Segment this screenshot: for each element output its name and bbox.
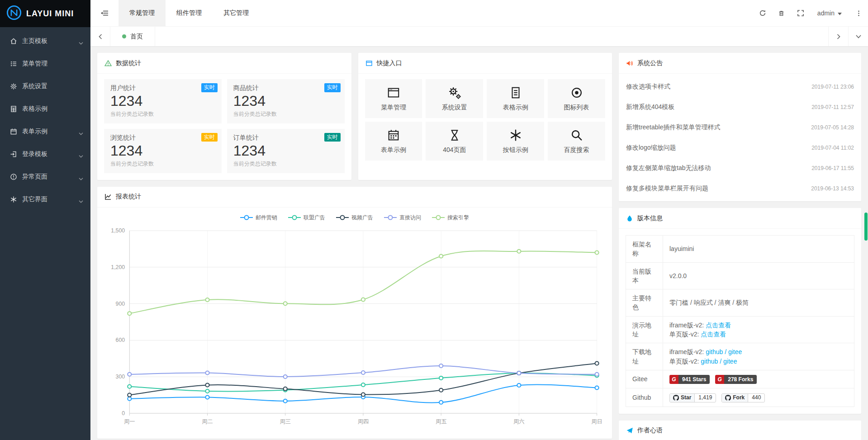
sidebar-toggle-button[interactable] — [90, 0, 119, 26]
download-iframe-gitee-link[interactable]: gitee — [728, 348, 742, 355]
demo-spa-link[interactable]: 点击查看 — [701, 331, 726, 338]
legend-item[interactable]: 直接访问 — [384, 214, 421, 222]
demo-line-prefix: iframe版-v2: — [669, 322, 706, 329]
stat-box-orders[interactable]: 订单统计 1234 当前分类总记录数 实时 — [227, 129, 345, 173]
app-root: LAYUI MINI 主页模板 菜单管理 系统设置 表格示例 表单 — [0, 0, 868, 440]
module-tab-general[interactable]: 常规管理 — [119, 0, 166, 26]
gitee-stars-badge[interactable]: G941 Stars — [669, 375, 710, 384]
tab-operations-button[interactable] — [848, 27, 868, 46]
page-scrollbar[interactable] — [864, 0, 868, 440]
page-scrollbar-thumb[interactable] — [864, 213, 868, 241]
stat-label: 用户统计 — [110, 84, 215, 92]
github-fork-count: 440 — [748, 394, 764, 402]
announcement-item[interactable]: 修改logo缩放问题2019-07-04 11:02 — [626, 137, 854, 158]
quick-tile-icon-list[interactable]: 图标列表 — [548, 79, 605, 118]
card-title: 版本信息 — [637, 214, 663, 222]
announcement-item[interactable]: 修复左侧菜单缩放tab无法移动2019-06-17 11:55 — [626, 158, 854, 178]
main-area: 常规管理 组件管理 其它管理 admin — [90, 0, 868, 440]
announcement-item[interactable]: 修复多模块菜单栏展开有问题2019-06-13 14:53 — [626, 178, 854, 199]
legend-item[interactable]: 视频广告 — [336, 214, 373, 222]
caret-down-icon — [838, 9, 842, 17]
version-row-label: 主要特色 — [626, 289, 663, 317]
sidebar-item-form-example[interactable]: 表单示例 — [0, 120, 90, 143]
file-table-icon — [10, 105, 17, 113]
version-row-value: Star 1,419 Fork 440 — [663, 388, 854, 407]
table-row: 当前版本 v2.0.0 — [626, 262, 854, 289]
announcement-text: 新增系统404模板 — [626, 103, 674, 111]
announcement-list: 修改选项卡样式2019-07-11 23:06 新增系统404模板2019-07… — [619, 74, 861, 201]
svg-text:1,500: 1,500 — [111, 227, 125, 234]
header: 常规管理 组件管理 其它管理 admin — [90, 0, 868, 26]
user-menu[interactable]: admin — [810, 0, 849, 26]
download-spa-github-link[interactable]: github — [701, 358, 718, 365]
module-tab-components[interactable]: 组件管理 — [166, 0, 213, 26]
github-star-label: Star — [681, 394, 691, 402]
quick-tile-baidu-search[interactable]: 百度搜索 — [548, 122, 605, 161]
sidebar-item-menu-management[interactable]: 菜单管理 — [0, 52, 90, 75]
tab-active-dot — [122, 34, 126, 38]
quick-tile-menu-management[interactable]: 菜单管理 — [365, 79, 422, 118]
report-chart[interactable]: 03006009001,2001,500周一周二周三周四周五周六周日 — [104, 223, 605, 432]
legend-label: 联盟广告 — [304, 214, 325, 222]
legend-item[interactable]: 联盟广告 — [288, 214, 325, 222]
download-line-prefix: iframe版-v2: — [669, 348, 706, 355]
chevron-down-icon — [79, 198, 83, 201]
refresh-button[interactable] — [753, 0, 772, 26]
module-tab-other[interactable]: 其它管理 — [213, 0, 260, 26]
quick-tile-button-example[interactable]: 按钮示例 — [487, 122, 544, 161]
chart-legend: 邮件营销联盟广告视频广告直接访问搜索引擎 — [104, 210, 605, 223]
sidebar-item-label: 异常页面 — [22, 173, 47, 181]
demo-iframe-link[interactable]: 点击查看 — [706, 322, 731, 329]
logo[interactable]: LAYUI MINI — [0, 0, 90, 27]
quick-tile-404-page[interactable]: 404页面 — [426, 122, 483, 161]
quick-tile-table-example[interactable]: 表格示例 — [487, 79, 544, 118]
link-separator: / — [718, 358, 723, 365]
sidebar-item-error-pages[interactable]: 异常页面 — [0, 166, 90, 188]
download-spa-gitee-link[interactable]: gitee — [723, 358, 737, 365]
quick-tile-label: 表格示例 — [503, 104, 528, 112]
sidebar-item-label: 其它界面 — [22, 195, 47, 203]
table-row: 演示地址 iframe版-v2: 点击查看 单页版-v2: 点击查看 — [626, 316, 854, 343]
app-title: LAYUI MINI — [26, 9, 74, 19]
card-system-announcements: 系统公告 修改选项卡样式2019-07-11 23:06 新增系统404模板20… — [619, 53, 861, 201]
github-fork-badge[interactable]: Fork 440 — [721, 393, 765, 402]
announcement-item[interactable]: 新增系统404模板2019-07-11 12:57 — [626, 97, 854, 117]
download-line-prefix: 单页版-v2: — [669, 358, 701, 365]
card-report-statistics: 报表统计 邮件营销联盟广告视频广告直接访问搜索引擎 03006009001,20… — [97, 187, 612, 439]
tab-scroll-right-button[interactable] — [828, 27, 848, 46]
search-icon — [570, 128, 583, 142]
quick-tile-form-example[interactable]: 表单示例 — [365, 122, 422, 161]
stat-box-views[interactable]: 浏览统计 1234 当前分类总记录数 实时 — [104, 129, 222, 173]
svg-text:周四: 周四 — [358, 418, 369, 425]
quick-tile-system-settings[interactable]: 系统设置 — [426, 79, 483, 118]
legend-marker-icon — [384, 215, 397, 220]
chevron-down-icon — [79, 175, 83, 179]
tab-scroll-left-button[interactable] — [90, 27, 110, 46]
announcement-item[interactable]: 新增treetable插件和菜单管理样式2019-07-05 14:28 — [626, 117, 854, 137]
sidebar-item-label: 菜单管理 — [22, 60, 47, 68]
fullscreen-button[interactable] — [791, 0, 810, 26]
github-fork-label: Fork — [733, 394, 745, 402]
version-row-value: iframe版-v2: 点击查看 单页版-v2: 点击查看 — [663, 316, 854, 343]
stat-box-goods[interactable]: 商品统计 1234 当前分类总记录数 实时 — [227, 79, 345, 123]
tabbar-right — [828, 27, 868, 46]
tab-home[interactable]: 首页 — [110, 27, 155, 46]
announcement-item[interactable]: 修改选项卡样式2019-07-11 23:06 — [626, 76, 854, 97]
svg-text:周二: 周二 — [202, 418, 213, 425]
sidebar-item-other-pages[interactable]: 其它界面 — [0, 188, 90, 211]
gitee-forks-badge[interactable]: G278 Forks — [715, 375, 757, 384]
bullhorn-icon — [626, 60, 633, 67]
sidebar-item-login-template[interactable]: 登录模板 — [0, 143, 90, 166]
legend-item[interactable]: 邮件营销 — [240, 214, 277, 222]
sidebar-item-system-settings[interactable]: 系统设置 — [0, 75, 90, 98]
legend-item[interactable]: 搜索引擎 — [432, 214, 469, 222]
sidebar-item-table-example[interactable]: 表格示例 — [0, 98, 90, 120]
download-iframe-github-link[interactable]: github — [706, 348, 723, 355]
version-row-label: 当前版本 — [626, 262, 663, 289]
version-row-label: Gitee — [626, 370, 663, 388]
github-star-badge[interactable]: Star 1,419 — [669, 393, 716, 402]
version-table: 框架名称 layuimini 当前版本 v2.0.0 主要特色 零门槛 / 响应… — [626, 235, 854, 407]
clear-cache-button[interactable] — [772, 0, 791, 26]
sidebar-item-home-template[interactable]: 主页模板 — [0, 30, 90, 52]
stat-box-users[interactable]: 用户统计 1234 当前分类总记录数 实时 — [104, 79, 222, 123]
